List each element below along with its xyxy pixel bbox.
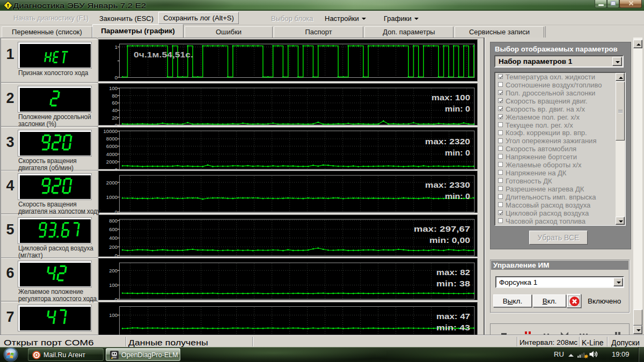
svg-text:max: 297,67: max: 297,67	[414, 225, 470, 233]
svg-text:40: 40	[112, 107, 118, 113]
svg-text:0: 0	[115, 297, 118, 302]
svg-text:min: 0: min: 0	[445, 192, 470, 201]
svg-text:100: 100	[109, 282, 118, 288]
svg-text:max: 2320: max: 2320	[425, 137, 470, 146]
svg-text:10000: 10000	[104, 128, 118, 134]
svg-text:2000: 2000	[106, 159, 118, 165]
svg-text:0: 0	[115, 122, 118, 128]
svg-text:6000: 6000	[106, 143, 118, 149]
svg-text:min: 0: min: 0	[445, 149, 470, 157]
svg-text:8000: 8000	[106, 136, 118, 142]
svg-text:2000: 2000	[106, 180, 118, 186]
svg-text:min: 43: min: 43	[436, 323, 470, 332]
svg-text:800: 800	[109, 218, 118, 224]
svg-text:0ч.1м.54,51с.: 0ч.1м.54,51с.	[134, 50, 193, 59]
svg-text:0: 0	[115, 209, 118, 215]
svg-text:min: 38: min: 38	[436, 279, 470, 288]
svg-text:200: 200	[109, 244, 118, 250]
svg-text:0: 0	[115, 253, 118, 258]
svg-text:min: 0: min: 0	[445, 105, 470, 113]
svg-text:60: 60	[112, 100, 118, 106]
svg-text:min: 0,00: min: 0,00	[429, 236, 470, 245]
svg-text:80: 80	[112, 93, 118, 99]
svg-text:4000: 4000	[106, 151, 118, 157]
svg-text:max: 47: max: 47	[436, 312, 470, 321]
svg-text:600: 600	[109, 226, 118, 232]
svg-text:max: 82: max: 82	[436, 268, 470, 277]
svg-text:1: 1	[115, 44, 118, 50]
svg-text:200: 200	[109, 268, 118, 274]
svg-text:100: 100	[109, 312, 118, 318]
svg-text:400: 400	[109, 235, 118, 241]
svg-text:max: 2330: max: 2330	[425, 181, 470, 189]
svg-text:1000: 1000	[106, 194, 118, 200]
svg-text:max: 100: max: 100	[431, 93, 470, 102]
svg-text:0: 0	[115, 75, 118, 80]
svg-text:100: 100	[109, 85, 118, 91]
svg-text:20: 20	[112, 115, 118, 121]
